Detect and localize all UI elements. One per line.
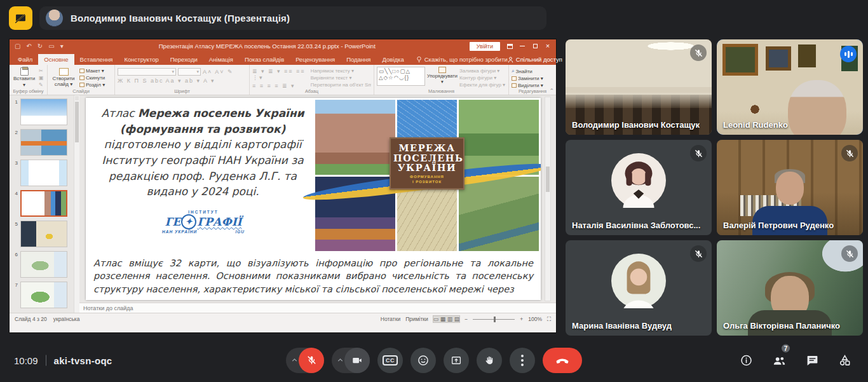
ribbon-group-font: ▾ ▾ A˄ A˅ ✎ Ж К П S abc Aa ▾ ab ▾ A ▾ Шр… — [115, 65, 250, 95]
slide-thumbnail-6[interactable]: 6 — [10, 251, 73, 278]
end-call-button[interactable] — [543, 348, 582, 373]
shapes-gallery[interactable]: ▭╲╲□○▢△ △◇☆◠◡{} — [377, 67, 425, 86]
thumbnail-scrollbar[interactable] — [74, 95, 79, 313]
mic-control-group[interactable] — [286, 348, 324, 373]
restore-icon[interactable] — [529, 41, 541, 51]
find-button[interactable]: ⌕Знайти — [512, 68, 543, 74]
tab-animations[interactable]: Анімація — [203, 54, 239, 65]
tile-olga[interactable]: Ольга Вікторівна Паланичко — [717, 240, 863, 336]
slide-thumbnail-3[interactable]: 3 — [10, 160, 73, 186]
replace-button[interactable]: Замінити ▾ — [512, 76, 543, 81]
tab-design[interactable]: Конструктор — [119, 54, 165, 65]
tile-volodymyr[interactable]: Володимир Іванович Костащук — [566, 39, 712, 135]
tab-home[interactable]: Основне — [38, 54, 74, 65]
mic-mute-button[interactable] — [299, 348, 324, 373]
zoom-level[interactable]: 100% — [528, 316, 542, 322]
share-button[interactable]: Спільний доступ — [508, 54, 562, 65]
fit-slide-icon[interactable]: ⛶ — [547, 316, 551, 323]
ppt-signin-button[interactable]: Увійти — [470, 42, 500, 51]
camera-button[interactable] — [344, 348, 370, 373]
notes-pane[interactable]: Нотатки до слайда — [79, 303, 556, 313]
close-icon[interactable]: × — [542, 41, 553, 51]
case-highlight-color-icons[interactable]: Aa ▾ ab ▾ A ▾ — [166, 78, 215, 84]
slide-thumbnail-2[interactable]: 2 — [10, 129, 73, 156]
current-slide[interactable]: МЕРЕЖА ПОСЕЛЕНЬ УКРАЇНИ ФОРМУВАННЯІ РОЗВ… — [86, 98, 541, 300]
layout-button[interactable]: Макет ▾ — [79, 68, 105, 74]
slide-thumbnail-7[interactable]: 7 — [10, 282, 73, 308]
align-text-button[interactable]: Вирівняти текст ▾ — [311, 75, 371, 81]
zoom-slider[interactable] — [473, 319, 515, 320]
mic-options-chevron-icon[interactable] — [290, 356, 299, 364]
zoom-out-icon[interactable]: − — [465, 316, 468, 322]
slideshow-icon[interactable]: ▭ — [48, 43, 54, 50]
ribbon-options-icon[interactable] — [504, 41, 515, 51]
shape-fill-button[interactable]: Заливка фігури ▾ — [459, 68, 504, 74]
bold-italic-underline-icons[interactable]: Ж К П S abc — [118, 78, 164, 84]
select-button[interactable]: Виділити ▾ — [512, 83, 543, 88]
redo-icon[interactable]: ↻ — [37, 43, 43, 50]
bullet-list-icons[interactable]: ≣ ▾ ≣ ▾ ≡≡ ≡≡ ⋮▾ — [252, 68, 308, 81]
format-painter-icon[interactable]: ✎ — [39, 82, 44, 88]
speaking-indicator-icon — [840, 46, 857, 62]
section-button[interactable]: Розділ ▾ — [79, 82, 105, 88]
chat-icon — [806, 353, 819, 367]
present-button[interactable] — [444, 348, 469, 373]
tile-leonid[interactable]: Leonid Rudenko — [717, 39, 863, 135]
collapse-ribbon-icon[interactable]: ⌃ — [549, 88, 554, 94]
camera-control-group[interactable] — [332, 348, 370, 373]
tab-insert[interactable]: Вставлення — [74, 54, 119, 65]
shape-outline-button[interactable]: Контур фігури ▾ — [459, 75, 504, 81]
shape-effects-button[interactable]: Ефекти для фігур ▾ — [459, 82, 504, 88]
presentation-tile-button[interactable] — [9, 6, 32, 30]
tab-help[interactable]: Довідка — [377, 54, 410, 65]
camera-options-chevron-icon[interactable] — [336, 356, 344, 364]
mic-off-icon — [841, 245, 858, 262]
raise-hand-button[interactable] — [477, 348, 502, 373]
participants-button[interactable]: 7 — [772, 353, 787, 367]
presenter-pill[interactable]: Володимир Іванович Костащук (Презентація… — [39, 6, 546, 30]
slide-thumbnail-panel[interactable]: 1 2 3 4 5 6 7 — [10, 95, 79, 313]
chat-button[interactable] — [806, 353, 819, 367]
tab-file[interactable]: Файл — [12, 54, 38, 65]
paste-button[interactable]: Вставити▾ — [12, 67, 36, 88]
comments-toggle[interactable]: Примітки — [405, 316, 428, 322]
tile-natalia[interactable]: Наталія Василівна Заблотовс... — [566, 140, 712, 235]
arrange-button[interactable]: Упорядкувати▾ — [428, 67, 457, 88]
slide-thumbnail-4-selected[interactable]: 4 — [10, 190, 73, 217]
cut-icon[interactable]: ✂ — [39, 68, 44, 74]
tile-valeriy[interactable]: Валерій Петрович Руденко — [717, 140, 863, 235]
font-name-select[interactable]: ▾ — [118, 68, 176, 76]
view-switcher-icons[interactable]: ▭ ▦ ▥ ▤ — [433, 316, 460, 322]
font-size-select[interactable]: ▾ — [178, 68, 201, 76]
text-direction-button[interactable]: Напрямок тексту ▾ — [311, 68, 371, 74]
language-indicator[interactable]: українська — [53, 316, 80, 322]
new-slide-button[interactable]: Створити слайд ▾ — [50, 67, 77, 88]
slide-thumbnail-1[interactable]: 1 — [10, 99, 73, 125]
slide-scrollbar[interactable] — [545, 97, 551, 301]
slide-thumbnail-5[interactable]: 5 — [10, 221, 73, 247]
reset-button[interactable]: Скинути — [79, 75, 105, 81]
smartart-button[interactable]: Перетворити на об'єкт SmartArt ▾ — [311, 82, 371, 88]
copy-icon[interactable]: ▣ — [39, 75, 44, 81]
meeting-details-button[interactable] — [740, 353, 753, 367]
ppt-quick-access-toolbar[interactable]: ▢ ↶ ↻ ▭ ▾ — [10, 43, 69, 50]
tab-review[interactable]: Рецензування — [290, 54, 341, 65]
tab-transitions[interactable]: Переходи — [165, 54, 203, 65]
grow-shrink-font-icons[interactable]: A˄ A˅ ✎ — [203, 69, 234, 75]
minimize-icon[interactable] — [517, 41, 528, 51]
qa-more-icon[interactable]: ▾ — [60, 43, 64, 50]
zoom-in-icon[interactable]: + — [520, 316, 523, 322]
save-icon[interactable]: ▢ — [15, 43, 20, 50]
undo-icon[interactable]: ↶ — [26, 43, 31, 50]
tab-view[interactable]: Подання — [341, 54, 376, 65]
tab-slideshow[interactable]: Показ слайдів — [239, 54, 290, 65]
notes-toggle[interactable]: Нотатки — [381, 316, 400, 322]
reactions-button[interactable] — [410, 348, 436, 373]
captions-button[interactable]: CC — [377, 348, 403, 373]
more-options-button[interactable] — [510, 348, 535, 373]
tell-me-box[interactable]: Скажіть, що потрібно зробити — [416, 54, 508, 65]
activities-button[interactable] — [838, 353, 851, 367]
clipboard-small-buttons[interactable]: ✂ ▣ ✎ — [39, 67, 44, 88]
tile-maryna[interactable]: Марина Іванівна Вудвуд — [566, 240, 712, 336]
slide-editing-area[interactable]: МЕРЕЖА ПОСЕЛЕНЬ УКРАЇНИ ФОРМУВАННЯІ РОЗВ… — [79, 95, 556, 303]
